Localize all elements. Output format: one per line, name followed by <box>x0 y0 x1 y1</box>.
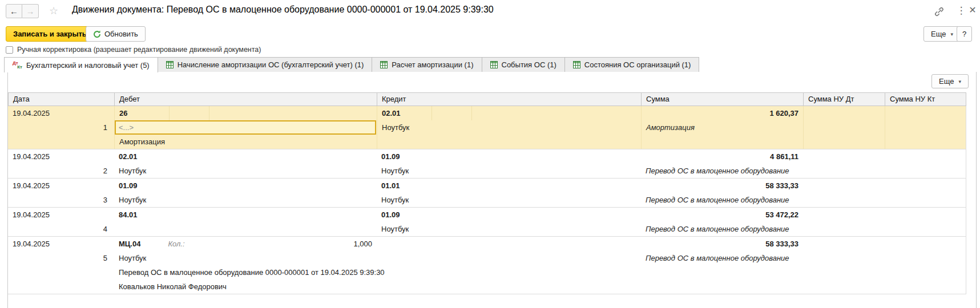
manual-adjustment-checkbox[interactable] <box>6 46 13 54</box>
cell-row-number: 5 <box>8 251 114 265</box>
tab-label: Бухгалтерский и налоговый учет (5) <box>26 61 150 70</box>
table-header: Дата Дебет Кредит Сумма Сумма НУ Дт Сумм… <box>8 92 966 106</box>
help-button[interactable]: ? <box>957 26 972 42</box>
forward-arrow-icon: → <box>26 6 35 16</box>
cell-credit-subconto: Ноутбук <box>377 193 641 207</box>
cell-debit-subconto: Ноутбук <box>114 193 377 207</box>
register-table-icon <box>166 61 174 68</box>
more-button-top[interactable]: Еще ▾ <box>923 26 961 42</box>
more-button-table[interactable]: Еще ▾ <box>931 74 969 88</box>
cell-sum: 1 620,37 <box>642 106 803 120</box>
cell-date: 19.04.2025 <box>8 106 114 120</box>
save-and-close-button[interactable]: Записать и закрыть <box>6 26 94 42</box>
back-button[interactable]: ← <box>6 4 22 18</box>
more-label: Еще <box>931 30 946 38</box>
debit-edit-cell[interactable]: <...> <box>115 120 376 135</box>
chevron-down-icon: ▾ <box>958 79 961 84</box>
cell-credit-account: 01.09 <box>377 208 641 222</box>
column-header-sum[interactable]: Сумма <box>642 93 804 106</box>
manual-adjustment-row: Ручная корректировка (разрешает редактир… <box>6 46 261 54</box>
table-row[interactable]: 19.04.2025 4 84.01 01.09 Ноутбук 53 472,… <box>8 208 966 237</box>
favorite-star-icon[interactable]: ☆ <box>49 5 58 17</box>
column-header-debit[interactable]: Дебет <box>115 93 377 106</box>
cell-responsible-person: Ковальков Николай Федорович <box>114 279 377 294</box>
cell-credit-subconto: Ноутбук <box>377 120 641 135</box>
column-header-sum-nu-dt[interactable]: Сумма НУ Дт <box>804 93 885 106</box>
column-header-credit[interactable]: Кредит <box>377 93 642 106</box>
table-row[interactable]: 19.04.2025 1 26 <...> Амортизация 02.01 … <box>8 106 966 149</box>
register-table-icon <box>380 61 388 68</box>
tab-label: Состояния ОС организаций (1) <box>584 60 691 69</box>
cell-sum-note: Перевод ОС в малоценное оборудование <box>641 193 803 207</box>
cell-sum: 53 472,22 <box>641 208 803 222</box>
cell-debit-account: 84.01 <box>114 208 377 222</box>
edit-cell-placeholder: <...> <box>119 123 134 132</box>
cell-credit-subconto: Ноутбук <box>377 164 641 178</box>
tab-depreciation-accrual[interactable]: Начисление амортизации ОС (бухгалтерский… <box>158 57 373 72</box>
back-arrow-icon: ← <box>10 6 18 16</box>
cell-quantity-label: Кол.: <box>168 237 184 251</box>
tab-label: События ОС (1) <box>502 60 556 69</box>
cell-debit-account: МЦ.04 <box>119 237 140 251</box>
cell-credit-account: 01.09 <box>377 149 641 164</box>
movements-panel: Еще ▾ Дата Дебет Кредит Сумма Сумма НУ Д… <box>7 72 977 308</box>
cell-debit-account: 01.09 <box>114 179 377 193</box>
cell-date: 19.04.2025 <box>8 208 114 222</box>
cell-debit-account: 26 <box>115 106 377 120</box>
cell-row-number: 3 <box>8 193 114 207</box>
cell-sum: 58 333,33 <box>641 179 803 193</box>
table-row[interactable]: 19.04.2025 2 02.01 Ноутбук 01.09 Ноутбук… <box>8 149 966 179</box>
more-menu-icon[interactable]: ⋮ <box>955 5 967 17</box>
cell-credit-account: 01.01 <box>377 179 641 193</box>
cell-credit-subconto <box>377 251 641 265</box>
column-header-date[interactable]: Дата <box>9 93 115 106</box>
cell-sum: 58 333,33 <box>641 237 803 251</box>
register-table-icon <box>573 61 580 68</box>
cell-sum-note: Перевод ОС в малоценное оборудование <box>641 164 803 178</box>
tab-accounting-register[interactable]: ДтКт Бухгалтерский и налоговый учет (5) <box>4 57 158 72</box>
register-tabs: ДтКт Бухгалтерский и налоговый учет (5) … <box>4 57 977 72</box>
cell-row-number: 4 <box>8 222 114 236</box>
cell-debit-account: 02.01 <box>114 149 377 164</box>
more-label: Еще <box>939 77 954 86</box>
manual-adjustment-label: Ручная корректировка (разрешает редактир… <box>17 46 261 54</box>
cell-date: 19.04.2025 <box>8 179 114 193</box>
cell-debit-subconto: Ноутбук <box>114 251 377 265</box>
cell-debit-subconto: Ноутбук <box>114 164 377 178</box>
table-row[interactable]: 19.04.2025 3 01.09 Ноутбук 01.01 Ноутбук… <box>8 179 966 208</box>
page-title: Движения документа: Перевод ОС в малоцен… <box>72 5 494 15</box>
forward-button[interactable]: → <box>22 4 39 18</box>
tab-depreciation-calc[interactable]: Расчет амортизации (1) <box>372 57 482 72</box>
cell-document-reference: Перевод ОС в малоценное оборудование 000… <box>114 265 377 279</box>
cell-sum-note: Амортизация <box>642 120 803 135</box>
tab-label: Расчет амортизации (1) <box>392 60 473 69</box>
debit-credit-icon: ДтКт <box>13 61 22 70</box>
cell-credit-subconto: Ноутбук <box>377 222 641 236</box>
cell-row-number: 1 <box>8 120 114 135</box>
tab-label: Начисление амортизации ОС (бухгалтерский… <box>178 60 364 69</box>
tab-os-states[interactable]: Состояния ОС организаций (1) <box>564 57 700 72</box>
cell-date: 19.04.2025 <box>8 149 114 164</box>
cell-credit-account <box>377 237 641 251</box>
refresh-button[interactable]: Обновить <box>86 26 146 42</box>
toolbar: Записать и закрыть Обновить Еще ▾ ? <box>0 26 980 42</box>
movements-table: Дата Дебет Кредит Сумма Сумма НУ Дт Сумм… <box>8 92 966 294</box>
column-header-sum-nu-kt[interactable]: Сумма НУ Кт <box>885 93 967 106</box>
cell-row-number: 2 <box>8 164 114 178</box>
table-row[interactable]: 19.04.2025 5 МЦ.04 Кол.: 1,000 Ноутбук П… <box>8 237 966 294</box>
refresh-icon <box>93 30 101 38</box>
close-icon[interactable]: ✕ <box>967 5 978 15</box>
cell-quantity-value: 1,000 <box>353 237 377 251</box>
cell-sum: 4 861,11 <box>641 149 803 164</box>
title-bar: ← → ☆ Движения документа: Перевод ОС в м… <box>0 0 980 24</box>
cell-sum-note: Перевод ОС в малоценное оборудование <box>641 222 803 236</box>
tab-os-events[interactable]: События ОС (1) <box>482 57 565 72</box>
cell-debit-subconto: Амортизация <box>115 135 377 149</box>
cell-credit-account: 02.01 <box>377 106 641 120</box>
cell-debit-subconto <box>114 222 377 236</box>
refresh-label: Обновить <box>104 30 138 38</box>
chevron-down-icon: ▾ <box>950 31 953 37</box>
get-link-icon[interactable] <box>934 6 945 17</box>
register-table-icon <box>490 61 498 68</box>
cell-date: 19.04.2025 <box>8 237 114 251</box>
